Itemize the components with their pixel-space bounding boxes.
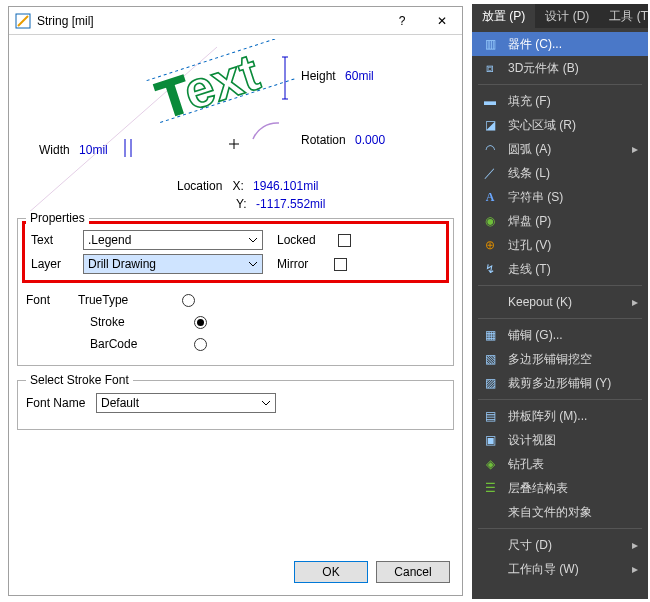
mirror-label: Mirror [277,257,308,271]
menu-list: ▥器件 (C)...⧈3D元件体 (B)▬填充 (F)◪实心区域 (R)◠圆弧 … [472,28,648,585]
location-y-value[interactable]: -1117.552mil [256,197,325,211]
menu-item-label: 铺铜 (G)... [508,327,648,344]
height-value[interactable]: 60mil [345,69,374,83]
menu-item[interactable]: ⧈3D元件体 (B) [472,56,648,80]
annotation-highlight: Text .Legend Locked Layer D [22,221,449,283]
menu-item[interactable]: 工作向导 (W)▸ [472,557,648,581]
question-icon: ? [399,14,406,28]
close-icon: ✕ [437,14,447,28]
rotation-label: Rotation 0.000 [301,133,385,147]
font-label: Font [26,293,74,307]
stroke-font-fieldset: Select Stroke Font Font Name Default [17,380,454,430]
menu-item[interactable]: ▣设计视图 [472,428,648,452]
menu-item[interactable]: ／线条 (L) [472,161,648,185]
menu-item[interactable]: ◠圆弧 (A)▸ [472,137,648,161]
font-truetype-radio[interactable] [182,294,195,307]
chevron-right-icon: ▸ [632,142,642,156]
string-properties-dialog: String [mil] ? ✕ Text T [8,6,463,596]
menu-item-label: 层叠结构表 [508,480,648,497]
arc-icon: ◠ [482,141,498,157]
menu-item[interactable]: ▨裁剪多边形铺铜 (Y) [472,371,648,395]
tab-place[interactable]: 放置 (P) [472,4,535,28]
menu-item-label: 设计视图 [508,432,648,449]
fontname-label: Font Name [26,396,92,410]
font-stroke-radio[interactable] [194,316,207,329]
menu-item-label: 圆弧 (A) [508,141,622,158]
location-x-value[interactable]: 1946.101mil [253,179,318,193]
close-button[interactable]: ✕ [422,7,462,34]
chevron-right-icon: ▸ [632,562,642,576]
menu-item-label: 多边形铺铜挖空 [508,351,648,368]
menu-item[interactable]: ⊕过孔 (V) [472,233,648,257]
polygon-icon: ▦ [482,327,498,343]
route-icon: ↯ [482,261,498,277]
layer-select[interactable]: Drill Drawing [83,254,263,274]
menu-item[interactable]: Keepout (K)▸ [472,290,648,314]
text-select[interactable]: .Legend [83,230,263,250]
menu-separator [478,318,642,319]
help-button[interactable]: ? [382,7,422,34]
locked-checkbox[interactable] [338,234,351,247]
menu-item-label: 走线 (T) [508,261,648,278]
tab-design[interactable]: 设计 (D) [535,4,599,28]
menu-item-label: 实心区域 (R) [508,117,648,134]
menu-tabs: 放置 (P) 设计 (D) 工具 (T) [472,4,648,28]
menu-item[interactable]: 来自文件的对象 [472,500,648,524]
menu-item[interactable]: ↯走线 (T) [472,257,648,281]
cutout-icon: ▧ [482,351,498,367]
layer-select-value: Drill Drawing [88,257,156,271]
menu-item-label: 字符串 (S) [508,189,648,206]
text-label: Text [31,233,79,247]
blank-icon [482,561,498,577]
menu-item[interactable]: ▬填充 (F) [472,89,648,113]
menu-item[interactable]: A字符串 (S) [472,185,648,209]
layer-icon: ☰ [482,480,498,496]
menu-item-label: 来自文件的对象 [508,504,648,521]
cube-icon: ⧈ [482,60,498,76]
font-barcode-label: BarCode [90,337,190,351]
rotation-value[interactable]: 0.000 [355,133,385,147]
location-label: Location X: 1946.101mil [177,179,318,193]
font-stroke-label: Stroke [90,315,190,329]
font-type-group: Font TrueType Stroke BarCode [26,289,445,355]
width-value[interactable]: 10mil [79,143,108,157]
menu-item[interactable]: ▥器件 (C)... [472,32,648,56]
menu-item[interactable]: ◪实心区域 (R) [472,113,648,137]
menu-item[interactable]: 尺寸 (D)▸ [472,533,648,557]
chip-icon: ▥ [482,36,498,52]
dialog-button-bar: OK Cancel [9,551,462,595]
menu-item[interactable]: ▦铺铜 (G)... [472,323,648,347]
locked-label: Locked [277,233,316,247]
menu-item[interactable]: ▤拼板阵列 (M)... [472,404,648,428]
cancel-button[interactable]: Cancel [376,561,450,583]
titlebar[interactable]: String [mil] ? ✕ [9,7,462,35]
chevron-down-icon [246,233,260,247]
font-barcode-radio[interactable] [194,338,207,351]
line-icon: ／ [482,165,498,181]
menu-item[interactable]: ◈钻孔表 [472,452,648,476]
fill-icon: ▬ [482,93,498,109]
menu-item[interactable]: ◉焊盘 (P) [472,209,648,233]
height-label: Height 60mil [301,69,374,83]
menu-item-label: 过孔 (V) [508,237,648,254]
width-label: Width 10mil [39,143,108,157]
slice-icon: ▨ [482,375,498,391]
chevron-right-icon: ▸ [632,538,642,552]
chevron-down-icon [259,396,273,410]
mirror-checkbox[interactable] [334,258,347,271]
menu-item[interactable]: ▧多边形铺铜挖空 [472,347,648,371]
menu-item-label: 线条 (L) [508,165,648,182]
properties-fieldset: Properties Text .Legend Locked [17,218,454,366]
tab-tools[interactable]: 工具 (T) [599,4,648,28]
menu-item-label: 钻孔表 [508,456,648,473]
menu-item-label: 3D元件体 (B) [508,60,648,77]
menu-item-label: Keepout (K) [508,295,622,309]
preview-area: Text T [17,39,454,214]
dialog-title: String [mil] [37,14,382,28]
menu-separator [478,528,642,529]
ok-button[interactable]: OK [294,561,368,583]
chevron-down-icon [246,257,260,271]
menu-item[interactable]: ☰层叠结构表 [472,476,648,500]
menu-separator [478,399,642,400]
fontname-select[interactable]: Default [96,393,276,413]
